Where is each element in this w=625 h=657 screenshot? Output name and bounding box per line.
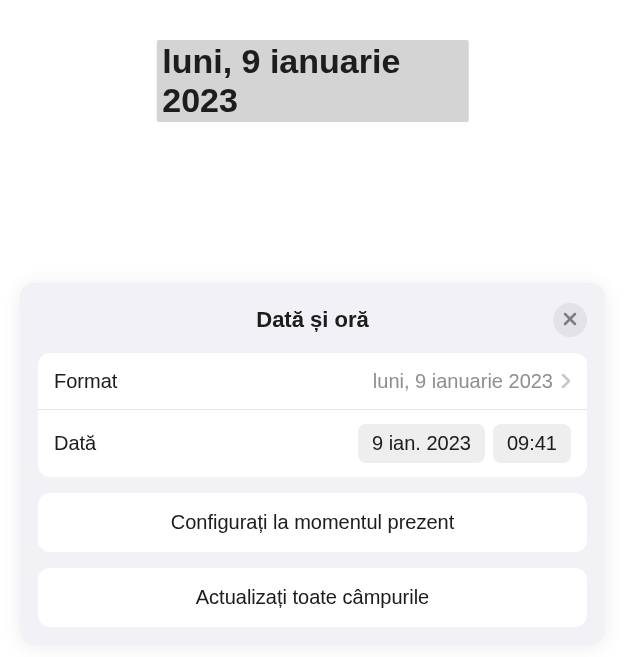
date-label: Dată [54,432,96,455]
format-label: Format [54,370,117,393]
date-picker-button[interactable]: 9 ian. 2023 [358,424,485,463]
sheet-header: Dată și oră [20,301,605,353]
chevron-right-icon [561,373,571,389]
set-to-now-button[interactable]: Configurați la momentul prezent [38,493,587,552]
update-all-fields-button[interactable]: Actualizați toate câmpurile [38,568,587,627]
close-button[interactable] [553,303,587,337]
time-picker-button[interactable]: 09:41 [493,424,571,463]
selected-date-text[interactable]: luni, 9 ianuarie 2023 [156,40,469,122]
sheet-title: Dată și oră [256,307,369,332]
format-value: luni, 9 ianuarie 2023 [373,370,553,393]
settings-list: Format luni, 9 ianuarie 2023 Dată 9 ian.… [38,353,587,477]
close-icon [563,312,577,329]
format-row[interactable]: Format luni, 9 ianuarie 2023 [38,353,587,409]
date-time-sheet: Dată și oră Format luni, 9 ianuarie 2023… [20,283,605,645]
date-row: Dată 9 ian. 2023 09:41 [38,409,587,477]
